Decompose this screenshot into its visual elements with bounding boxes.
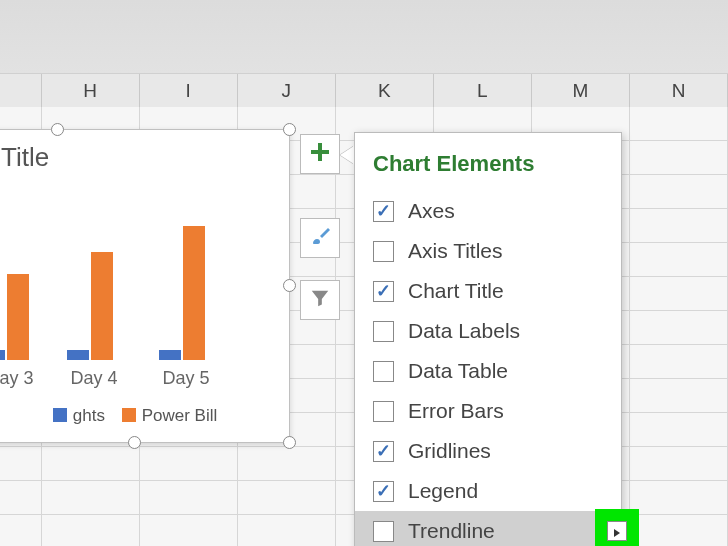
- checkbox-icon[interactable]: [373, 281, 394, 302]
- chart-element-label: Data Labels: [408, 319, 520, 343]
- chart-styles-button[interactable]: [300, 218, 340, 258]
- bar-series-2[interactable]: [91, 252, 113, 360]
- col-header-j[interactable]: J: [238, 74, 336, 108]
- checkbox-icon[interactable]: [373, 201, 394, 222]
- triangle-right-icon: [613, 519, 621, 543]
- checkbox-icon[interactable]: [373, 321, 394, 342]
- chart-resize-handle[interactable]: [283, 279, 296, 292]
- chart-resize-handle[interactable]: [283, 123, 296, 136]
- legend-label: Power Bill: [142, 406, 218, 425]
- col-header-n[interactable]: N: [630, 74, 728, 108]
- bar-series-1[interactable]: [0, 350, 5, 360]
- funnel-icon: [309, 287, 331, 313]
- chart-element-legend[interactable]: Legend: [373, 471, 603, 511]
- chart-plot-area[interactable]: Day 3 Day 4 Day 5: [0, 210, 275, 360]
- plus-icon: [308, 140, 332, 168]
- chart-element-axes[interactable]: Axes: [373, 191, 603, 231]
- col-header-m[interactable]: M: [532, 74, 630, 108]
- checkbox-icon[interactable]: [373, 361, 394, 382]
- ribbon-area-blurred: [0, 0, 728, 73]
- chart-element-axis-titles[interactable]: Axis Titles: [373, 231, 603, 271]
- bar-series-2[interactable]: [183, 226, 205, 360]
- legend-swatch-icon: [122, 408, 136, 422]
- bar-series-1[interactable]: [67, 350, 89, 360]
- chart-element-label: Chart Title: [408, 279, 504, 303]
- legend-entry[interactable]: ghts: [53, 406, 105, 426]
- bar-series-1[interactable]: [159, 350, 181, 360]
- checkbox-icon[interactable]: [373, 401, 394, 422]
- chart-element-label: Legend: [408, 479, 478, 503]
- chart-resize-handle[interactable]: [128, 436, 141, 449]
- x-axis-label: Day 3: [0, 360, 45, 389]
- chart-element-data-table[interactable]: Data Table: [373, 351, 603, 391]
- chart-element-label: Error Bars: [408, 399, 504, 423]
- bar-series-2[interactable]: [7, 274, 29, 360]
- paintbrush-icon: [308, 224, 332, 252]
- chart-elements-flyout: Chart Elements Axes Axis Titles Chart Ti…: [354, 132, 622, 546]
- chart-filters-button[interactable]: [300, 280, 340, 320]
- chart-legend[interactable]: ghts Power Bill: [0, 406, 289, 426]
- chart-element-data-labels[interactable]: Data Labels: [373, 311, 603, 351]
- legend-entry[interactable]: Power Bill: [122, 406, 218, 426]
- chart-element-error-bars[interactable]: Error Bars: [373, 391, 603, 431]
- chart-resize-handle[interactable]: [283, 436, 296, 449]
- chart-resize-handle[interactable]: [51, 123, 64, 136]
- col-header-h[interactable]: H: [42, 74, 140, 108]
- x-axis-label: Day 4: [59, 360, 129, 389]
- x-axis-label: Day 5: [151, 360, 221, 389]
- legend-label: ghts: [73, 406, 105, 425]
- flyout-callout-arrow: [340, 146, 354, 164]
- trendline-submenu-highlight: [599, 513, 635, 546]
- chart-element-label: Gridlines: [408, 439, 491, 463]
- col-header-partial[interactable]: [0, 74, 42, 108]
- legend-swatch-icon: [53, 408, 67, 422]
- chart-element-chart-title[interactable]: Chart Title: [373, 271, 603, 311]
- chart-element-label: Axis Titles: [408, 239, 503, 263]
- column-headers-row: H I J K L M N: [0, 73, 728, 107]
- chart-element-gridlines[interactable]: Gridlines: [373, 431, 603, 471]
- col-header-k[interactable]: K: [336, 74, 434, 108]
- chart-element-label: Trendline: [408, 519, 495, 543]
- checkbox-icon[interactable]: [373, 441, 394, 462]
- chart-element-label: Axes: [408, 199, 455, 223]
- col-header-i[interactable]: I: [140, 74, 238, 108]
- chart-title[interactable]: t Title: [0, 130, 289, 173]
- flyout-title: Chart Elements: [373, 151, 603, 177]
- checkbox-icon[interactable]: [373, 241, 394, 262]
- checkbox-icon[interactable]: [373, 521, 394, 542]
- checkbox-icon[interactable]: [373, 481, 394, 502]
- chart-elements-list: Axes Axis Titles Chart Title Data Labels…: [373, 191, 603, 546]
- chart-element-label: Data Table: [408, 359, 508, 383]
- chart-elements-button[interactable]: [300, 134, 340, 174]
- col-header-l[interactable]: L: [434, 74, 532, 108]
- embedded-chart[interactable]: t Title Day 3 Day 4 Day 5 ghts Power Bil…: [0, 129, 290, 443]
- submenu-arrow-button[interactable]: [607, 521, 627, 541]
- chart-element-trendline[interactable]: Trendline: [355, 511, 621, 546]
